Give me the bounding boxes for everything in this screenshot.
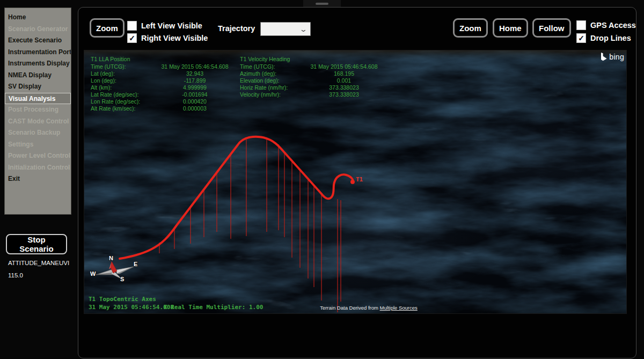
real-time-multiplier: X Real Time Multiplier: 1.00 [164, 304, 263, 311]
right-view-visible-label: Right View Visible [141, 34, 208, 42]
telemetry-label: Elevation (deg): [240, 77, 303, 84]
compass-w-label: W [90, 270, 96, 277]
window-drag-zone[interactable] [303, 0, 341, 7]
multiple-sources-link[interactable]: Multiple Sources [380, 305, 418, 311]
topocentric-axes-label: T1 TopoCentric Axes [89, 296, 156, 303]
terrain-attribution-text: Terrain Data Derived from [320, 305, 379, 311]
telemetry-label: Alt (km): [91, 84, 154, 91]
telemetry-label: Lat Rate (deg/sec): [91, 91, 154, 98]
telemetry-value: 4.999999 [154, 84, 236, 91]
sidebar-item-nmea-display[interactable]: NMEA Display [5, 70, 71, 82]
telemetry-title: T1 LLA Position [91, 56, 236, 63]
sidebar-item-scenario-backup[interactable]: Scenario Backup [5, 127, 71, 139]
terrain-attribution: Terrain Data Derived from Multiple Sourc… [294, 305, 444, 311]
telemetry-value: -117.899 [154, 77, 236, 84]
telemetry-value: 373.338023 [303, 91, 385, 98]
home-button[interactable]: Home [493, 18, 528, 38]
sidebar-item-initialization-control[interactable]: Initialization Control [5, 162, 71, 174]
telemetry-label: Velocity (nm/hr): [240, 91, 303, 98]
scenario-status-text: ATTITUDE_MANEUVI [8, 260, 69, 266]
sidebar-item-sv-display[interactable]: SV Display [5, 81, 71, 93]
target-t1-label: T1 [356, 176, 363, 183]
telemetry-label: Lat (deg): [91, 70, 154, 77]
trajectory-label: Trajectory [218, 24, 255, 33]
t1-velocity-heading-readout: T1 Velocity Heading Time (UTCG):31 May 2… [240, 56, 385, 98]
telemetry-label: Time (UTCG): [91, 63, 154, 70]
bing-logo-text: bing [609, 53, 624, 61]
bing-logo: bing [601, 53, 624, 61]
bing-logo-icon [601, 53, 608, 61]
telemetry-value: 0.000003 [154, 105, 236, 112]
telemetry-value: 168.195 [303, 70, 385, 77]
compass-s-label: S [120, 276, 124, 282]
compass-n-label: N [109, 255, 113, 261]
telemetry-label: Time (UTCG): [240, 63, 303, 70]
sidebar-item-execute-scenario[interactable]: Execute Scenario [5, 35, 71, 47]
sidebar-item-settings[interactable]: Settings [5, 139, 71, 151]
telemetry-value: 0.000420 [154, 98, 236, 105]
sidebar-menu: Home Scenario Generator Execute Scenario… [4, 8, 71, 215]
sidebar-item-instrumentation-port[interactable]: Instrumentation Port [5, 47, 71, 58]
sidebar-item-power-level-control[interactable]: Power Level Control [5, 150, 71, 162]
visual-analysis-panel: Zoom Left View Visible ✓ Right View Visi… [78, 7, 636, 358]
telemetry-value: 0.001 [303, 77, 385, 84]
telemetry-title: T1 Velocity Heading [240, 56, 385, 63]
left-view-visible-label: Left View Visible [141, 21, 202, 30]
right-view-visible-checkbox[interactable]: ✓ [127, 33, 137, 43]
telemetry-value: 373.338023 [303, 84, 385, 91]
telemetry-value: -0.001694 [154, 91, 236, 98]
drop-lines-checkbox[interactable]: ✓ [576, 33, 586, 43]
left-view-visible-checkbox[interactable] [127, 21, 137, 31]
compass-rose-icon: N E W S [89, 253, 148, 288]
sidebar-item-post-processing[interactable]: Post Processing [5, 104, 71, 116]
sidebar-item-exit[interactable]: Exit [5, 173, 71, 185]
sidebar-item-home[interactable]: Home [5, 12, 71, 24]
sidebar-item-scenario-generator[interactable]: Scenario Generator [5, 24, 71, 35]
scenario-time-value: 115.0 [8, 272, 23, 279]
right-zoom-button[interactable]: Zoom [453, 18, 488, 38]
drag-handle-icon[interactable] [316, 3, 328, 5]
stop-scenario-button[interactable]: Stop Scenario [6, 234, 67, 254]
left-zoom-button[interactable]: Zoom [90, 18, 125, 38]
t1-lla-position-readout: T1 LLA Position Time (UTCG):31 May 2015 … [91, 56, 236, 112]
sidebar-item-visual-analysis[interactable]: Visual Analysis [5, 93, 71, 105]
telemetry-label: Lon (deg): [91, 77, 154, 84]
sidebar-item-cast-mode-control[interactable]: CAST Mode Control [5, 116, 71, 128]
telemetry-label: Alt Rate (km/sec): [91, 105, 154, 112]
compass-e-label: E [134, 261, 137, 267]
scene-clock: 31 May 2015 05:46:54.608 [89, 304, 174, 311]
sidebar-item-instruments-display[interactable]: Instruments Display [5, 58, 71, 70]
telemetry-label: Lon Rate (deg/sec): [91, 98, 154, 105]
chevron-down-icon: ⌄ [299, 25, 308, 33]
telemetry-label: Azimuth (deg): [240, 70, 303, 77]
follow-button[interactable]: Follow [532, 18, 571, 38]
trajectory-dropdown[interactable]: ⌄ [260, 22, 311, 36]
telemetry-value: 31 May 2015 05:46:54.608 [303, 63, 385, 70]
telemetry-value: 31 May 2015 05:46:54.608 [154, 63, 236, 70]
telemetry-label: Horiz Rate (nm/hr): [240, 84, 303, 91]
map-3d-view[interactable]: T1 T1 LLA Position Time (UTCG):31 May 20… [84, 50, 627, 314]
gps-access-label: GPS Access [590, 21, 636, 30]
telemetry-value: 32.943 [154, 70, 236, 77]
drop-lines-label: Drop Lines [590, 34, 631, 42]
gps-access-checkbox[interactable] [576, 20, 586, 30]
